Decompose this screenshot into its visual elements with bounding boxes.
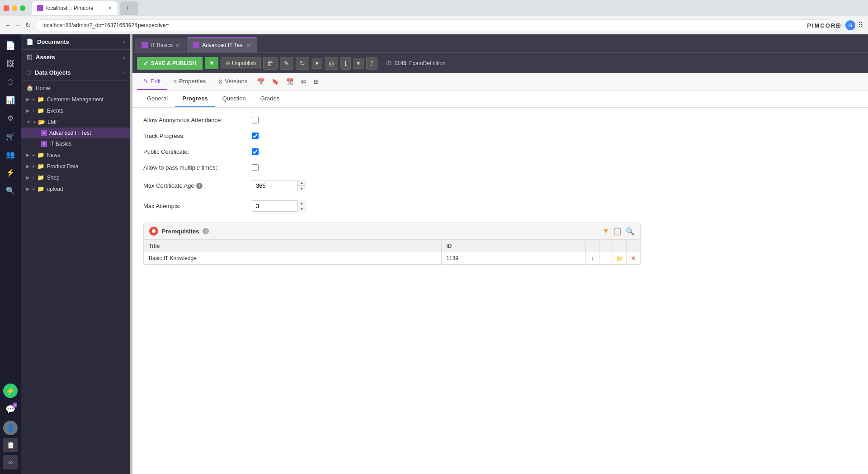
tree-item-it-basics[interactable]: ✎ IT Basics <box>21 138 130 149</box>
add-events-icon[interactable]: + <box>32 108 35 114</box>
tree-item-news[interactable]: ▶ + 📁 News <box>21 149 130 161</box>
symfony-icon[interactable]: ⚡ <box>3 384 18 398</box>
prereq-row-delete-btn[interactable]: ✕ <box>631 255 636 262</box>
reload-button[interactable]: ↻ <box>296 57 309 70</box>
info-dropdown-button[interactable]: ▼ <box>353 58 364 69</box>
anonymous-checkbox[interactable] <box>252 117 259 123</box>
question-tab[interactable]: Question <box>215 90 253 107</box>
analytics-nav-icon[interactable]: 📊 <box>2 91 19 109</box>
save-publish-button[interactable]: ✓ SAVE & PUBLISH <box>137 57 203 70</box>
prerequisites-section: Prerequisites ℹ ▼ 📋 🔍 Tit <box>143 223 641 265</box>
minimize-window-btn[interactable] <box>12 5 17 11</box>
assets-nav-icon[interactable]: 🖼 <box>2 55 19 72</box>
chat-nav-icon[interactable]: 💬 4 <box>2 401 19 418</box>
ecommerce-nav-icon[interactable]: 🛒 <box>2 128 19 145</box>
unpublish-button[interactable]: ⊘ Unpublish <box>221 57 261 69</box>
info-button[interactable]: ℹ <box>340 57 351 70</box>
address-bar[interactable]: localhost:88/admin/?_dc=1637165392&persp… <box>35 19 833 31</box>
max-cert-age-down[interactable]: ▼ <box>297 186 306 191</box>
new-tab-btn[interactable]: + <box>120 1 138 15</box>
tree-item-advanced-it-test[interactable]: ✎ Advanced IT Test <box>21 128 130 138</box>
data-objects-nav-icon[interactable]: ⬡ <box>2 73 19 90</box>
edit-tab[interactable]: ✎ Edit <box>137 73 167 90</box>
tab-close-btn[interactable]: ✕ <box>108 5 112 11</box>
assets-section-header[interactable]: 🖼 Assets › <box>21 50 130 65</box>
tree-item-shop-label: Shop <box>47 175 59 181</box>
bookmark-icon-btn[interactable]: 🔖 <box>268 73 283 90</box>
data-objects-section-header[interactable]: ⬡ Data Objects › <box>21 65 130 81</box>
general-tab[interactable]: General <box>140 90 175 107</box>
prereq-row-up-btn[interactable]: ↑ <box>591 256 594 262</box>
calendar-icon-btn[interactable]: 📆 <box>283 73 297 90</box>
share-button[interactable]: ⤴ <box>366 57 377 70</box>
grades-tab[interactable]: Grades <box>253 90 287 107</box>
browser-tab-active[interactable]: localhost :: Pimcore ✕ <box>32 1 118 15</box>
reports-nav-icon[interactable]: 📋 <box>3 438 18 452</box>
tree-item-home[interactable]: 🏠 Home <box>21 82 130 94</box>
advanced-tab-close[interactable]: ✕ <box>246 43 250 48</box>
maximize-window-btn[interactable] <box>20 5 25 11</box>
track-progress-checkbox[interactable] <box>252 133 259 139</box>
delete-button[interactable]: 🗑 <box>263 57 278 70</box>
expand-customer-icon: ▶ <box>26 97 30 102</box>
save-dropdown-button[interactable]: ▼ <box>205 57 218 69</box>
properties-tab[interactable]: ≡ Properties <box>167 73 212 90</box>
it-basics-tab-close[interactable]: ✕ <box>175 43 179 48</box>
prereq-row-down-btn[interactable]: ↓ <box>605 256 608 262</box>
documents-nav-icon[interactable]: 📄 <box>2 37 19 54</box>
tag-icon-btn[interactable]: 🏷 <box>297 73 310 90</box>
add-customer-icon[interactable]: + <box>32 97 35 102</box>
tree-item-lmf[interactable]: ▼ + 📂 LMF <box>21 116 130 128</box>
target-button[interactable]: ◎ <box>325 57 338 70</box>
prerequisites-filter-btn[interactable]: ▼ <box>602 227 609 235</box>
tree-item-upload[interactable]: ▶ + 📁 upload <box>21 183 130 194</box>
max-cert-age-up[interactable]: ▲ <box>297 180 306 186</box>
profile-btn[interactable]: G <box>845 20 855 30</box>
tree-item-home-label: Home <box>36 85 50 91</box>
infinity-icon[interactable]: ∞ <box>3 455 18 469</box>
progress-tab[interactable]: Progress <box>175 90 215 107</box>
public-cert-checkbox[interactable] <box>252 148 259 155</box>
tree-item-lmf-label: LMF <box>47 119 58 125</box>
content-tab-bar: IT Basics ✕ Advanced IT Test ✕ <box>132 34 868 52</box>
settings-nav-icon[interactable]: ⚙ <box>2 109 19 127</box>
schedule-icon-btn[interactable]: 📅 <box>254 73 268 90</box>
content-tab-advanced-it-test[interactable]: Advanced IT Test ✕ <box>187 37 257 52</box>
grades-tab-label: Grades <box>260 95 280 102</box>
max-attempts-up[interactable]: ▲ <box>297 200 306 206</box>
max-cert-age-info-icon[interactable]: ℹ <box>196 183 203 189</box>
expand-events-icon: ▶ <box>26 108 30 113</box>
close-window-btn[interactable] <box>4 5 9 11</box>
user-avatar[interactable]: 👤 <box>3 421 18 435</box>
multiple-pass-checkbox[interactable] <box>252 164 259 171</box>
tree-item-events[interactable]: ▶ + 📁 Events <box>21 105 130 116</box>
it-basics-tab-icon <box>142 42 148 48</box>
forward-btn[interactable]: → <box>15 21 22 29</box>
add-lmf-icon[interactable]: + <box>33 119 36 125</box>
add-upload-icon[interactable]: + <box>32 186 35 192</box>
workflow-nav-icon[interactable]: ⚡ <box>2 164 19 181</box>
edit-button[interactable]: ✎ <box>280 57 293 70</box>
extensions-btn[interactable]: ⠿ <box>858 21 863 29</box>
tree-item-product-data[interactable]: ▶ + 📁 Product Data <box>21 161 130 172</box>
add-shop-icon[interactable]: + <box>32 175 35 180</box>
tree-item-customer-management[interactable]: ▶ + 📁 Customer Management <box>21 94 130 105</box>
prerequisites-search-btn[interactable]: 🔍 <box>626 227 635 236</box>
prerequisites-add-btn[interactable]: 📋 <box>613 227 622 236</box>
tree-item-shop[interactable]: ▶ + 📁 Shop <box>21 172 130 183</box>
max-attempts-down[interactable]: ▼ <box>297 206 306 212</box>
add-product-icon[interactable]: + <box>32 164 35 169</box>
back-btn[interactable]: ← <box>5 21 11 29</box>
refresh-btn[interactable]: ↻ <box>25 21 31 29</box>
reload-dropdown-button[interactable]: ▼ <box>311 58 322 69</box>
prereq-row-open-btn[interactable]: 📁 <box>616 256 623 262</box>
content-tab-it-basics[interactable]: IT Basics ✕ <box>135 38 186 52</box>
users-nav-icon[interactable]: 👥 <box>2 146 19 163</box>
search-nav-icon[interactable]: 🔍 <box>2 182 19 199</box>
add-news-icon[interactable]: + <box>32 152 35 158</box>
documents-section-header[interactable]: 📄 Documents › <box>21 34 130 50</box>
versions-tab[interactable]: ⧖ Versions <box>212 73 254 90</box>
grid-icon-btn[interactable]: ⊞ <box>310 73 322 90</box>
expand-news-icon: ▶ <box>26 152 30 157</box>
prerequisites-info-icon[interactable]: ℹ <box>203 228 209 234</box>
